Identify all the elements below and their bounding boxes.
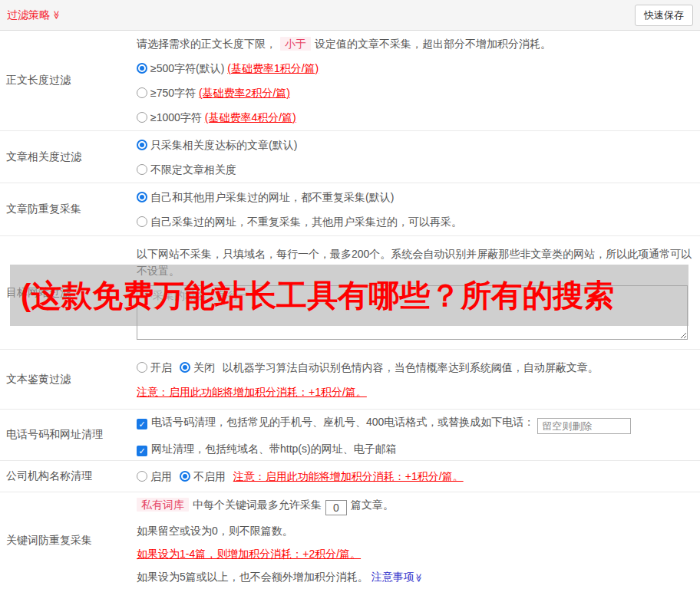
section-target-site: 目标网站过滤 以下网站不采集，只填域名，每行一个，最多200个。系统会自动识别并…	[0, 235, 700, 349]
relevance-option-2: 不限定文章相关度	[137, 162, 694, 177]
radio-body-length-500[interactable]	[137, 63, 147, 74]
section-label-body-length: 正文长度过滤	[0, 31, 137, 130]
keyword-dedup-line1: 私有词库中每个关键词最多允许采集篇文章。	[137, 497, 694, 515]
fee-note-500: (基础费率1积分/篇)	[227, 62, 319, 74]
keyword-dedup-line4: 如果设为5篇或以上，也不会额外增加积分消耗。 注意事项≫	[137, 569, 694, 584]
body-length-option-750: ≥750字符 (基础费率2积分/篇)	[137, 85, 694, 100]
section-label-porn-filter: 文本鉴黄过滤	[0, 350, 137, 409]
url-dedup-option-2: 自己采集过的网址，不重复采集，其他用户采集过的，可以再采。	[137, 214, 694, 229]
page-title[interactable]: 过滤策略 ≫	[7, 8, 61, 22]
chevron-down-icon: ≫	[414, 574, 423, 583]
radio-relevance-strict[interactable]	[137, 140, 147, 150]
section-label-relevance: 文章相关度过滤	[0, 131, 137, 183]
checkbox-url-clean[interactable]	[137, 446, 147, 456]
porn-filter-options: 开启 关闭 以机器学习算法自动识别色情内容，当色情概率达到系统阈值，自动屏蔽文章…	[137, 360, 694, 375]
radio-relevance-any[interactable]	[137, 164, 147, 175]
porn-filter-note: 注意：启用此功能将增加积分消耗：+1积分/篇。	[137, 384, 694, 400]
blocked-domains-textarea[interactable]	[137, 285, 688, 340]
fee-note-1000: (基础费率4积分/篇)	[205, 111, 296, 123]
section-relevance: 文章相关度过滤 只采集相关度达标的文章(默认) 不限定文章相关度	[0, 130, 700, 183]
chevron-down-icon: ≫	[52, 11, 61, 20]
radio-dedup-self-only[interactable]	[137, 216, 147, 227]
section-phone-url-clean: 电话号码和网址清理 电话号码清理，包括常见的手机号、座机号、400电话格式，或替…	[0, 409, 700, 460]
section-label-phone-url-clean: 电话号码和网址清理	[0, 410, 137, 460]
private-lexicon-badge: 私有词库	[137, 498, 189, 512]
keyword-dedup-line3: 如果设为1-4篇，则增加积分消耗：+2积分/篇。	[137, 546, 694, 561]
porn-filter-description: 以机器学习算法自动识别色情内容，当色情概率达到系统阈值，自动屏蔽文章。	[223, 361, 599, 373]
filter-settings-page: 过滤策略 ≫ 快速保存 正文长度过滤 请选择需求的正文长度下限，小于设定值的文章…	[0, 0, 700, 589]
section-label-company-clean: 公司机构名称清理	[0, 461, 137, 492]
section-label-target-site: 目标网站过滤	[0, 236, 137, 349]
section-porn-filter: 文本鉴黄过滤 开启 关闭 以机器学习算法自动识别色情内容，当色情概率达到系统阈值…	[0, 349, 700, 409]
radio-porn-off[interactable]	[180, 362, 190, 373]
section-url-dedup: 文章防重复采集 自己和其他用户采集过的网址，都不重复采集(默认) 自己采集过的网…	[0, 183, 700, 235]
less-than-badge: 小于	[280, 37, 311, 51]
company-clean-options: 启用 不启用 注意：启用此功能将增加积分消耗：+1积分/篇。	[137, 469, 694, 484]
phone-clean-line: 电话号码清理，包括常见的手机号、座机号、400电话格式，或替换成如下电话：	[137, 414, 694, 434]
quick-save-button[interactable]: 快速保存	[635, 5, 693, 26]
section-keyword-dedup: 关键词防重复采集 私有词库中每个关键词最多允许采集篇文章。 如果留空或设为0，则…	[0, 492, 700, 589]
max-articles-input[interactable]	[325, 500, 347, 515]
section-label-keyword-dedup: 关键词防重复采集	[0, 492, 137, 589]
section-company-clean: 公司机构名称清理 启用 不启用 注意：启用此功能将增加积分消耗：+1积分/篇。	[0, 460, 700, 492]
radio-dedup-all-users[interactable]	[137, 192, 147, 202]
relevance-option-1: 只采集相关度达标的文章(默认)	[137, 137, 694, 153]
radio-body-length-750[interactable]	[137, 87, 147, 98]
radio-porn-on[interactable]	[137, 362, 147, 373]
page-title-text: 过滤策略	[7, 8, 50, 22]
body-length-option-500: ≥500字符(默认) (基础费率1积分/篇)	[137, 61, 694, 76]
radio-company-on[interactable]	[137, 471, 147, 482]
url-dedup-option-1: 自己和其他用户采集过的网址，都不重复采集(默认)	[137, 189, 694, 205]
url-clean-line: 网址清理，包括纯域名、带http(s)的网址、电子邮箱	[137, 441, 694, 456]
top-bar: 过滤策略 ≫ 快速保存	[0, 0, 700, 31]
body-length-option-1000: ≥1000字符 (基础费率4积分/篇)	[137, 110, 694, 125]
keyword-dedup-line2: 如果留空或设为0，则不限篇数。	[137, 523, 694, 538]
body-length-intro: 请选择需求的正文长度下限，小于设定值的文章不采集，超出部分不增加积分消耗。	[137, 36, 694, 51]
radio-company-off[interactable]	[180, 471, 190, 482]
company-clean-note: 注意：启用此功能将增加积分消耗：+1积分/篇。	[233, 470, 464, 482]
section-body-length: 正文长度过滤 请选择需求的正文长度下限，小于设定值的文章不采集，超出部分不增加积…	[0, 31, 700, 130]
replacement-phone-input[interactable]	[537, 418, 631, 434]
section-label-url-dedup: 文章防重复采集	[0, 183, 137, 235]
radio-body-length-1000[interactable]	[137, 112, 147, 123]
notes-link[interactable]: 注意事项≫	[371, 571, 424, 583]
fee-note-750: (基础费率2积分/篇)	[199, 87, 290, 99]
target-site-description: 以下网站不采集，只填域名，每行一个，最多200个。系统会自动识别并屏蔽那些非文章…	[137, 245, 694, 279]
checkbox-phone-clean[interactable]	[137, 419, 147, 429]
